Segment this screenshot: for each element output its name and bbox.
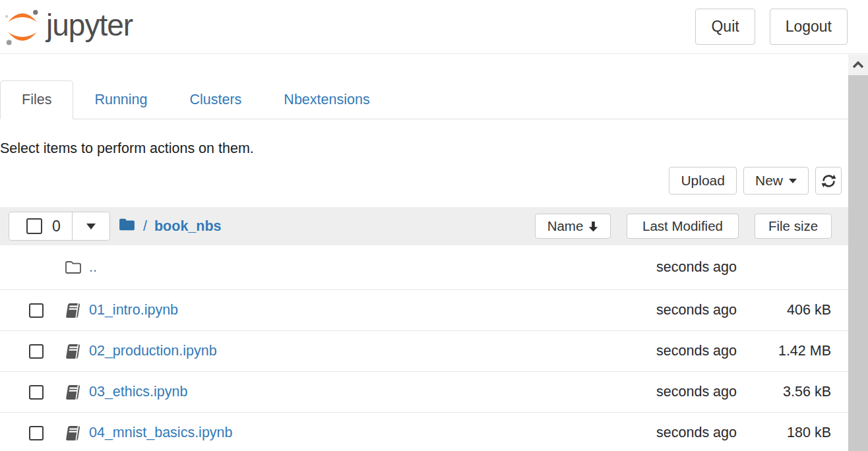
select-filter-dropdown[interactable] [73,212,109,240]
notebook-icon [65,344,82,359]
sort-by-name-button[interactable]: Name [535,214,611,239]
jupyter-logo[interactable]: jupyter [5,7,133,47]
tab-bar: Files Running Clusters Nbextensions [0,78,848,119]
row-checkbox[interactable] [29,426,44,440]
row-checkbox[interactable] [29,385,44,400]
file-link[interactable]: 03_ethics.ipynb [89,384,187,400]
sort-descending-arrow-icon [588,221,598,232]
tab-clusters[interactable]: Clusters [169,81,263,119]
sort-name-label: Name [547,218,584,234]
session-buttons: Quit Logout [695,9,848,45]
vertical-scrollbar[interactable] [848,55,868,451]
file-link[interactable]: .. [89,259,97,275]
row-checkbox[interactable] [29,344,44,359]
refresh-button[interactable] [815,167,842,195]
select-all-toggle[interactable]: 0 [9,212,72,240]
breadcrumb-current-folder[interactable]: book_nbs [154,218,222,235]
last-modified-value: seconds ago [592,343,737,359]
folder-icon [118,217,136,232]
file-list-header: 0 / book_nbs Name Last Modified File siz… [0,207,848,245]
new-dropdown-label: New [755,173,783,189]
quit-button[interactable]: Quit [695,9,755,45]
file-link[interactable]: 02_production.ipynb [89,343,217,359]
last-modified-value: seconds ago [592,425,737,441]
chevron-up-icon [852,61,864,69]
file-size-value: 406 kB [737,302,848,318]
chevron-down-icon [86,224,96,229]
tab-nbextensions[interactable]: Nbextensions [263,81,390,119]
select-items-hint: Select items to perform actions on them. [0,140,848,157]
notebook-icon [65,384,82,400]
file-size-value: 3.56 kB [737,384,848,400]
folder-outline-icon [65,260,82,275]
breadcrumb-separator: / [143,218,147,235]
sort-by-size-button[interactable]: File size [755,214,832,239]
jupyter-logo-icon [5,7,40,47]
tab-files[interactable]: Files [0,80,73,119]
logout-button[interactable]: Logout [770,9,848,45]
last-modified-value: seconds ago [592,259,737,276]
file-size-value: 1.42 MB [737,343,848,359]
breadcrumb: / book_nbs [118,207,222,245]
select-all-checkbox[interactable] [26,218,42,234]
refresh-icon [821,173,836,189]
upload-button[interactable]: Upload [669,167,737,195]
notebook-icon [65,425,82,441]
breadcrumb-root-link[interactable] [118,217,136,236]
tab-running[interactable]: Running [73,81,168,119]
table-row: 02_production.ipynb seconds ago 1.42 MB [0,331,848,372]
select-all-group: 0 [9,212,110,241]
new-dropdown-button[interactable]: New [743,167,809,195]
table-row: 01_intro.ipynb seconds ago 406 kB [0,290,848,331]
scrollbar-thumb[interactable] [848,75,868,451]
selected-count: 0 [52,218,61,235]
row-checkbox[interactable] [29,303,44,318]
table-row-parent-folder: .. seconds ago [0,245,848,290]
last-modified-value: seconds ago [592,302,737,318]
last-modified-value: seconds ago [592,384,737,400]
file-link[interactable]: 04_mnist_basics.ipynb [89,425,233,440]
main-content: Files Running Clusters Nbextensions Sele… [0,78,848,451]
file-size-value: 180 kB [737,425,848,441]
file-link[interactable]: 01_intro.ipynb [89,302,178,318]
chevron-down-icon [789,179,797,183]
app-header: jupyter Quit Logout [0,0,868,54]
table-row: 04_mnist_basics.ipynb seconds ago 180 kB [0,413,848,451]
file-list: .. seconds ago 01_intro.ipynb seconds ag… [0,245,848,451]
notebook-icon [65,303,82,318]
logo-wordmark: jupyter [46,7,133,43]
scrollbar-up-button[interactable] [848,55,868,75]
sort-by-modified-button[interactable]: Last Modified [627,214,739,239]
notebook-toolbar: Upload New [0,167,842,195]
table-row: 03_ethics.ipynb seconds ago 3.56 kB [0,372,848,413]
